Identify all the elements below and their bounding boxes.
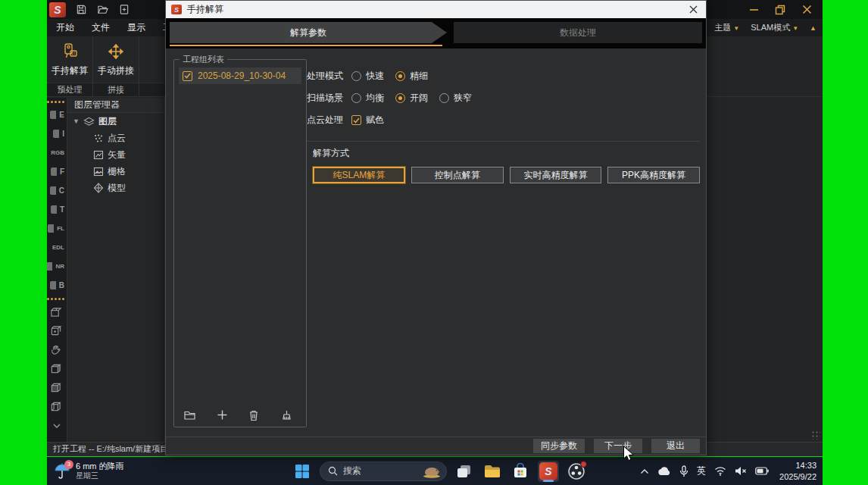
theme-dropdown[interactable]: 主题▼ xyxy=(714,22,739,33)
handheld-scanner-icon xyxy=(60,42,80,61)
battery-icon[interactable] xyxy=(755,467,769,475)
weather-day: 星期三 xyxy=(76,471,124,480)
open-project-folder-icon[interactable] xyxy=(183,409,196,421)
radio-fast[interactable]: 快速 xyxy=(351,70,384,83)
microsoft-store-icon xyxy=(512,463,529,480)
radio-balanced[interactable]: 均衡 xyxy=(351,92,384,105)
volume-muted-icon[interactable] xyxy=(735,466,747,476)
chevron-down-icon[interactable] xyxy=(47,416,67,435)
intensity-mode-button[interactable]: I xyxy=(47,124,67,143)
b-mode-button[interactable]: B xyxy=(47,276,67,295)
sync-params-button[interactable]: 同步参数 xyxy=(533,439,585,453)
radio-fine[interactable]: 精细 xyxy=(395,70,428,83)
layer-item-pointcloud[interactable]: 点云 xyxy=(67,130,164,146)
search-input[interactable]: 搜索 xyxy=(320,462,447,481)
layer-item-vector[interactable]: 矢量 xyxy=(67,146,164,163)
add-project-icon[interactable] xyxy=(217,409,228,421)
handheld-solve-button[interactable]: 手持解算 xyxy=(47,36,92,83)
microphone-icon[interactable] xyxy=(679,465,688,477)
exit-button[interactable]: 退出 xyxy=(651,439,700,453)
dice-view-button[interactable] xyxy=(47,321,67,340)
onedrive-cloud-icon[interactable] xyxy=(657,467,671,476)
layer-item-raster[interactable]: 栅格 xyxy=(67,163,164,180)
wifi-icon[interactable] xyxy=(714,466,726,476)
check-icon xyxy=(184,73,191,79)
collapse-ribbon-icon[interactable]: ▲ xyxy=(810,24,816,32)
dialog-titlebar[interactable]: S 手持解算 xyxy=(166,1,706,18)
menu-file[interactable]: 文件 xyxy=(83,21,118,34)
menu-display[interactable]: 显示 xyxy=(119,21,154,34)
chevron-down-icon[interactable]: ▼ xyxy=(73,117,80,125)
cube-view-2-button[interactable] xyxy=(47,378,67,397)
edl-mode-button[interactable]: EDL xyxy=(47,238,67,257)
obs-taskbar-button[interactable] xyxy=(566,461,587,482)
weather-widget[interactable]: 3 6 mm 的降雨 星期三 xyxy=(47,462,124,480)
project-group-title: 工程组列表 xyxy=(180,54,227,65)
microsoft-store-button[interactable] xyxy=(510,461,531,482)
time-mode-button[interactable]: T xyxy=(47,200,67,219)
file-explorer-button[interactable] xyxy=(482,461,503,482)
checkbox-checked-icon xyxy=(351,115,361,125)
resize-grip[interactable] xyxy=(811,430,820,440)
close-button[interactable] xyxy=(798,3,815,17)
layer-root-label: 图层 xyxy=(98,115,117,128)
toolbar-handle[interactable] xyxy=(47,295,67,302)
new-file-icon[interactable] xyxy=(119,4,130,15)
fl-mode-button[interactable]: FL xyxy=(47,219,67,238)
radio-icon xyxy=(351,93,361,103)
file-explorer-icon xyxy=(483,464,501,479)
layer-tree-root[interactable]: ▼ 图层 xyxy=(67,113,164,130)
wizard-steps: 解算参数 数据处理 xyxy=(166,18,706,48)
capybara-search-highlight-icon xyxy=(421,465,442,478)
box-select-button[interactable] xyxy=(47,302,67,321)
manual-stitch-button[interactable]: 手动拼接 xyxy=(93,36,139,83)
rgb-mode-button[interactable]: RGB xyxy=(47,143,67,162)
pan-hand-button[interactable] xyxy=(47,340,67,359)
realtime-precision-solve-button[interactable]: 实时高精度解算 xyxy=(510,167,602,183)
project-checkbox[interactable] xyxy=(183,71,192,81)
slam-app-taskbar-button[interactable]: S xyxy=(538,461,559,482)
step-data-process[interactable]: 数据处理 xyxy=(454,22,702,43)
task-view-button[interactable] xyxy=(454,461,475,482)
start-button[interactable] xyxy=(292,461,313,482)
clean-project-icon[interactable] xyxy=(279,409,292,421)
dialog-close-button[interactable] xyxy=(680,1,706,18)
menu-start[interactable]: 开始 xyxy=(48,21,83,34)
restore-button[interactable] xyxy=(772,3,788,17)
control-point-solve-button[interactable]: 控制点解算 xyxy=(411,167,504,183)
layer-manager-panel: 图层管理器 ▼ 图层 点云 矢量 栅格 模型 xyxy=(67,98,165,442)
cube-view-1-button[interactable] xyxy=(47,359,67,378)
ribbon-group-stitch: 拼接 xyxy=(93,83,139,96)
class-mode-button[interactable]: C xyxy=(47,181,67,200)
tray-expand-icon[interactable] xyxy=(640,468,649,474)
colorize-checkbox[interactable]: 赋色 xyxy=(351,114,384,127)
handheld-solve-dialog: S 手持解算 解算参数 数据处理 工程组列表 2025-08-29_10-30-… xyxy=(165,0,707,455)
layer-item-model[interactable]: 模型 xyxy=(67,180,164,196)
next-step-button[interactable]: 下一步 xyxy=(594,439,642,453)
delete-project-icon[interactable] xyxy=(248,409,259,421)
nr-mode-button[interactable]: NR xyxy=(47,257,67,276)
windows-logo-icon xyxy=(295,464,310,479)
minimize-button[interactable] xyxy=(745,3,762,17)
ime-indicator[interactable]: 英 xyxy=(697,465,706,477)
ppk-precision-solve-button[interactable]: PPK高精度解算 xyxy=(607,167,700,183)
elevation-mode-button[interactable]: E xyxy=(47,105,67,124)
app-logo-icon: S xyxy=(49,2,66,17)
open-folder-icon[interactable] xyxy=(97,4,109,15)
slam-mode-dropdown[interactable]: SLAM模式▼ xyxy=(751,22,798,33)
radio-narrow[interactable]: 狭窄 xyxy=(439,92,472,105)
weather-badge: 3 xyxy=(64,460,73,469)
radio-selected-icon xyxy=(395,71,405,81)
cube-view-3-button[interactable] xyxy=(47,397,67,416)
pure-slam-solve-button[interactable]: 纯SLAM解算 xyxy=(313,167,405,183)
toolbar-handle[interactable] xyxy=(47,98,67,105)
radio-selected-icon xyxy=(395,93,405,103)
feature-mode-button[interactable]: F xyxy=(47,162,67,181)
clock-widget[interactable]: 14:33 2025/9/22 xyxy=(779,460,819,482)
layer-item-label: 矢量 xyxy=(108,149,126,161)
project-list-item[interactable]: 2025-08-29_10-30-04 xyxy=(179,67,301,84)
radio-open[interactable]: 开阔 xyxy=(395,92,428,105)
step-solve-params[interactable]: 解算参数 xyxy=(170,22,447,43)
save-icon[interactable] xyxy=(76,4,87,15)
process-mode-label: 处理模式 xyxy=(307,70,351,83)
